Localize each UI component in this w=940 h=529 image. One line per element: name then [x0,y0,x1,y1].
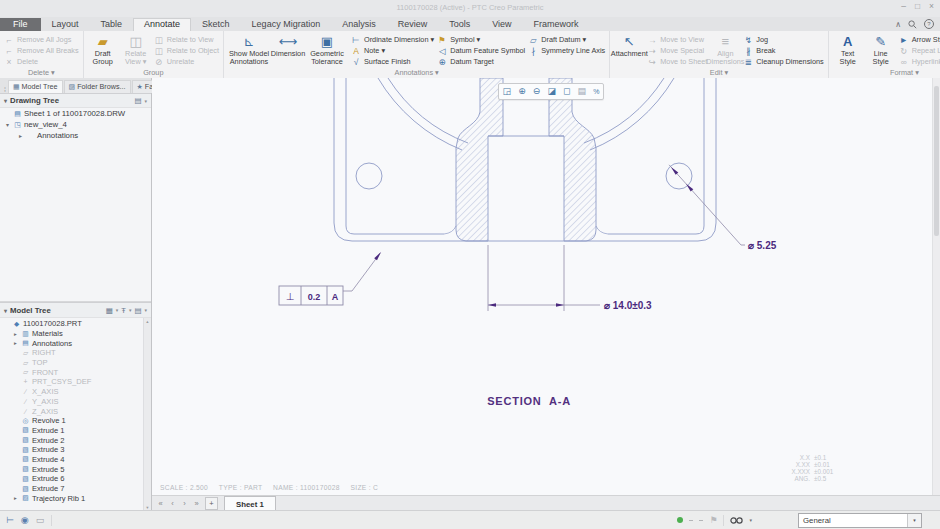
delete-button[interactable]: ×Delete [4,56,79,67]
bore-diameter-dimension[interactable]: ⌀ 14.0±0.3 [603,300,652,311]
move-special-button[interactable]: ⇢Move Special [647,45,707,56]
group-label-group[interactable]: Group [84,68,223,78]
expand-icon[interactable]: ▸ [17,132,24,139]
group-label-format[interactable]: Format ▾ [829,68,940,78]
ordinate-dimension-button[interactable]: ⊢Ordinate Dimension ▾ [351,34,434,45]
repeat-last-format-button[interactable]: ↻Repeat Last Format [899,45,940,56]
zoom-in-icon[interactable]: ⊕ [518,85,526,98]
hole-diameter-dimension[interactable]: ⌀ 5.25 [747,240,777,251]
model-tree-item[interactable]: ∕Y_AXIS [0,397,143,407]
command-search-icon[interactable] [908,20,917,29]
note-button[interactable]: ANote ▾ [351,45,434,56]
filter-dropdown-arrow-icon[interactable]: ▾ [907,514,921,527]
attachment-button[interactable]: ↖Attachment [614,33,644,68]
model-tree-item[interactable]: ▱FRONT [0,367,143,377]
regeneration-status-icon[interactable] [677,517,683,523]
group-label-annotations[interactable]: Annotations ▾ [224,68,609,78]
geometric-tolerance-button[interactable]: ▣Geometric Tolerance [306,33,348,68]
tree-columns-icon[interactable]: ▦ [106,306,113,315]
arrow-style-button[interactable]: ►Arrow Style ▾ [899,34,940,45]
hyperlink-button[interactable]: ∞Hyperlink [899,56,940,67]
navigator-tab[interactable]: ▨Folder Brows... [64,80,131,93]
tree-filters-menu-icon[interactable]: ▾ [129,307,132,313]
drawing-tree-item[interactable]: ▾◳new_view_4 [0,119,151,130]
tree-columns-menu-icon[interactable]: ▾ [116,307,119,313]
ribbon-tab[interactable]: Legacy Migration [241,18,332,31]
model-tree-item[interactable]: ▱TOP [0,358,143,368]
relate-to-object-button[interactable]: ◫Relate to Object [154,45,219,56]
model-tree-item[interactable]: +PRT_CSYS_DEF [0,377,143,387]
tree-options-icon[interactable]: ▤ [134,306,141,315]
model-tree-item[interactable]: ▧Extrude 5 [0,464,143,474]
draft-datum-button[interactable]: ▱Draft Datum ▾ [528,34,605,45]
model-tree-item[interactable]: ▧Extrude 2 [0,435,143,445]
ribbon-tab[interactable]: Review [387,18,439,31]
drawing-tree-item[interactable]: ▤Sheet 1 of 1100170028.DRW [0,108,151,119]
previous-sheet-button[interactable]: ‹ [167,498,178,509]
expand-icon[interactable]: ▾ [4,121,11,128]
add-sheet-button[interactable]: + [205,497,218,510]
search-tool-icon[interactable] [730,516,743,525]
navigator-grip-icon[interactable]: ⁞ [3,86,7,93]
sheet-tab[interactable]: Sheet 1 [224,496,276,511]
model-tree-item[interactable]: ∕X_AXIS [0,387,143,397]
expand-icon[interactable]: ▸ [12,495,19,501]
line-style-button[interactable]: ✎Line Style [866,33,896,68]
display-style-icon[interactable]: ◻ [563,85,570,98]
tree-filters-icon[interactable]: Ŧ [121,306,126,315]
model-tree-item[interactable]: ▸▥Materials [0,329,143,339]
ribbon-tab[interactable]: Sketch [191,18,241,31]
model-tree-item[interactable]: ▧Extrude 1 [0,426,143,436]
model-tree-item[interactable]: ∕Z_AXIS [0,406,143,416]
ribbon-tab[interactable]: Table [90,18,134,31]
gtol-frame[interactable]: ⊥ 0.2 A [279,286,343,305]
model-tree-item[interactable]: ▧Extrude 3 [0,445,143,455]
close-button[interactable]: × [929,1,934,11]
minimize-button[interactable]: – [901,1,906,11]
model-tree-item[interactable]: ▧Extrude 6 [0,474,143,484]
tree-settings-icon[interactable]: ▤ [134,96,141,105]
search-tool-menu-icon[interactable]: ▾ [749,517,752,523]
ribbon-tab[interactable]: Tools [438,18,481,31]
navigator-toggle-icon[interactable]: ⊢ [6,515,14,525]
zoom-out-icon[interactable]: ⊖ [533,85,541,98]
model-tree-item[interactable]: ▧Extrude 4 [0,455,143,465]
model-tree-scrollbar[interactable]: ▴▾ [143,318,151,511]
remove-all-jogs-button[interactable]: ⌐Remove All Jogs [4,34,79,45]
fullscreen-toggle-icon[interactable]: ▭ [36,515,45,525]
surface-finish-button[interactable]: √Surface Finish [351,56,434,67]
section-view-geometry[interactable] [334,78,716,241]
drawing-sheet[interactable]: ⊥ 0.2 A ⌀ 14.0±0.3 ⌀ 5.25 SECTION A-A X.… [152,78,933,495]
collapse-pane-icon[interactable]: ▾ [4,97,7,104]
browser-toggle-icon[interactable]: ◉ [21,515,29,525]
relate-to-view-button[interactable]: ◫Relate to View [154,34,219,45]
model-tree-item[interactable]: ◎Revolve 1 [0,416,143,426]
collapse-pane-icon[interactable]: ▾ [4,307,7,314]
text-style-button[interactable]: AText Style [833,33,863,68]
maximize-button[interactable]: □ [915,1,920,11]
ribbon-tab[interactable]: Framework [523,18,590,31]
drawing-vertical-scrollbar[interactable] [932,78,940,495]
datum-target-button[interactable]: ⊕Datum Target [437,56,525,67]
datum-feature-symbol-button[interactable]: ◁Datum Feature Symbol [437,45,525,56]
jog-button[interactable]: ↯Jog [743,34,823,45]
drawing-tree-item[interactable]: ▸Annotations [0,130,151,141]
notifications-flag-icon[interactable]: ⚑ [709,515,717,525]
move-to-sheet-button[interactable]: ↪Move to Sheet [647,56,707,67]
remove-all-breaks-button[interactable]: ⌐Remove All Breaks [4,45,79,56]
drawing-canvas-area[interactable]: ⊥ 0.2 A ⌀ 14.0±0.3 ⌀ 5.25 SECTION A-A X.… [152,78,940,495]
saved-views-icon[interactable]: ▤ [578,85,587,98]
symmetry-line-axis-button[interactable]: ∤Symmetry Line Axis [528,45,605,56]
draft-group-button[interactable]: ▰Draft Group [88,33,118,68]
help-icon[interactable]: ? [924,19,934,29]
section-label[interactable]: SECTION A-A [487,395,571,407]
repaint-icon[interactable]: ◪ [547,85,556,98]
break-button[interactable]: ∦Break [743,45,823,56]
expand-icon[interactable]: ▸ [12,340,19,346]
collapse-ribbon-icon[interactable]: ∧ [895,20,901,29]
model-tree-item[interactable]: ▸▨Trajectory Rib 1 [0,493,143,503]
ribbon-tab[interactable]: Annotate [133,18,191,31]
selection-filter-dropdown[interactable]: General ▾ [798,513,922,528]
show-model-annotations-button[interactable]: ⊾Show Model Annotations [228,33,270,68]
group-label-delete[interactable]: Delete ▾ [0,68,83,78]
